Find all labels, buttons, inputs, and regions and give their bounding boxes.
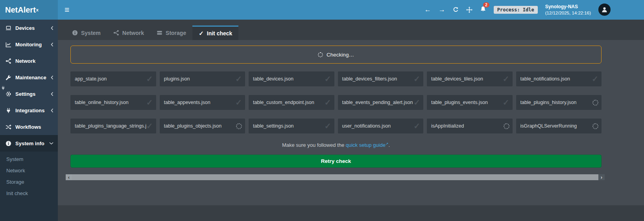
chevron-left-icon [51, 75, 54, 80]
check-icon: ✓ [235, 74, 242, 84]
server-icon [157, 30, 162, 36]
sidebar-item-devices[interactable]: Devices [0, 20, 58, 36]
sidebar-toggle-icon[interactable]: ≡ [58, 0, 76, 20]
check-item-table-devices-filters: table_devices_filters.json✓ [338, 71, 424, 86]
shuffle-icon [5, 124, 12, 130]
check-item-label: table_plugins_language_strings.json [75, 123, 146, 129]
tab-label: Network [122, 30, 144, 36]
network-nodes-icon [113, 30, 119, 36]
sidebar-item-system-info[interactable]: System info [0, 135, 58, 152]
check-item-table-devices-tiles: table_devices_tiles.json✓ [427, 71, 513, 86]
network-nodes-icon [5, 58, 12, 64]
chevron-left-icon [51, 26, 54, 30]
sidebar-subitem-system[interactable]: System [0, 153, 58, 165]
check-icon: ✓ [199, 30, 204, 37]
check-item-table-plugins-history: table_plugins_history.json [516, 95, 602, 110]
chevron-left-icon [51, 108, 54, 113]
check-icon: ✓ [325, 74, 331, 84]
move-icon[interactable] [466, 7, 472, 13]
app-logo[interactable]: NetAlertx [0, 0, 58, 20]
horizontal-scrollbar[interactable]: ‹ › [66, 174, 605, 180]
sidebar-item-label: Maintenance [15, 75, 46, 80]
check-icon: ✓ [325, 121, 331, 131]
chart-icon [5, 42, 12, 47]
spinner-icon [236, 123, 242, 129]
sidebar-item-label: Settings [15, 91, 35, 97]
notifications-bell[interactable]: 2 [480, 6, 486, 14]
hint-link-text: quick setup guide [346, 142, 386, 148]
check-icon: ✓ [235, 98, 242, 107]
tab-init-check[interactable]: ✓ Init check [192, 26, 238, 40]
check-item-label: table_online_history.json [75, 100, 129, 105]
sidebar-item-integrations[interactable]: Integrations [0, 102, 58, 119]
app-name-sup: x [36, 7, 39, 12]
scroll-left-icon[interactable]: ‹ [66, 174, 72, 180]
chevron-left-icon [51, 42, 54, 47]
scrollbar-track[interactable] [72, 174, 598, 180]
hint-suffix: . [388, 142, 390, 148]
tab-bar: System Network Storage ✓ Init check [58, 26, 644, 40]
check-item-user-notifications: user_notifications.json✓ [338, 119, 424, 133]
quick-setup-guide-link[interactable]: quick setup guide↗ [346, 142, 389, 148]
check-item-table-events-pending-alert: table_events_pending_alert.json✓ [338, 95, 424, 110]
tab-network[interactable]: Network [107, 26, 150, 40]
info-icon [5, 141, 12, 146]
tab-storage[interactable]: Storage [150, 26, 192, 40]
sidebar-subitem-init-check[interactable]: Init check [0, 188, 58, 199]
host-timestamp: (12/12/2025, 14:22:16) [545, 11, 591, 15]
sidebar-subitem-network[interactable]: Network [0, 165, 58, 176]
scroll-right-icon[interactable]: › [598, 174, 605, 180]
gear-icon [5, 91, 12, 97]
check-item-label: table_custom_endpoint.json [253, 100, 314, 105]
main-content: System Network Storage ✓ Init check Chec… [58, 20, 644, 221]
check-icon: ✓ [325, 98, 331, 107]
check-item-table-plugins-objects: table_plugins_objects.json [160, 119, 245, 133]
sidebar-item-monitoring[interactable]: Monitoring [0, 36, 58, 53]
tab-system[interactable]: System [66, 26, 107, 40]
tab-label: Init check [207, 30, 233, 37]
sidebar-item-workflows[interactable]: Workflows [0, 119, 58, 135]
check-item-label: table_notifications.json [520, 76, 570, 82]
check-items-grid: app_state.json✓ plugins.json✓ table_devi… [70, 71, 602, 133]
sidebar-item-maintenance[interactable]: Maintenance [0, 69, 58, 86]
sidebar-item-label: System info [15, 141, 44, 146]
sidebar-item-label: Workflows [15, 124, 41, 130]
check-item-label: table_appevents.json [164, 100, 210, 105]
subitem-label: Network [6, 168, 25, 174]
check-item-label: isGraphQLServerRunning [520, 123, 577, 129]
check-item-table-plugins-language-strings: table_plugins_language_strings.json✓ [70, 119, 156, 133]
check-item-table-custom-endpoint: table_custom_endpoint.json✓ [249, 95, 334, 110]
info-icon [72, 30, 78, 36]
sidebar-item-network[interactable]: Network [0, 53, 58, 69]
spinner-icon [592, 100, 598, 106]
sidebar-subitem-storage[interactable]: Storage [0, 176, 58, 188]
sidebar-item-settings[interactable]: Settings [0, 86, 58, 102]
check-item-label: table_settings.json [253, 123, 294, 129]
user-avatar[interactable] [598, 4, 611, 16]
init-check-panel: Checking… app_state.json✓ plugins.json✓ … [58, 40, 644, 205]
person-icon [601, 6, 608, 13]
refresh-icon[interactable] [453, 7, 459, 13]
process-status-badge[interactable]: Process: Idle [494, 6, 538, 14]
system-info-submenu: System Network Storage Init check [0, 152, 58, 221]
retry-check-button[interactable]: Retry check [70, 155, 602, 168]
check-item-is-graphql-server-running: isGraphQLServerRunning [516, 119, 602, 133]
check-icon: ✓ [413, 98, 420, 107]
back-icon[interactable]: ← [424, 6, 431, 14]
check-item-table-devices: table_devices.json✓ [249, 71, 334, 86]
check-icon: ✓ [503, 74, 509, 84]
sidebar-item-label: Devices [15, 25, 35, 31]
check-item-label: table_plugins_events.json [431, 100, 488, 105]
forward-icon[interactable]: → [439, 6, 445, 14]
plug-icon [5, 108, 12, 113]
check-item-table-appevents: table_appevents.json✓ [160, 95, 245, 110]
tab-label: Storage [166, 30, 186, 36]
laptop-icon [5, 25, 12, 31]
check-item-app-state: app_state.json✓ [70, 71, 156, 86]
check-item-label: table_devices.json [253, 76, 293, 82]
check-item-label: app_state.json [75, 76, 107, 82]
host-info: Synology-NAS (12/12/2025, 14:22:16) [545, 4, 591, 16]
hint-prefix: Make sure you followed the [282, 142, 346, 148]
check-item-plugins: plugins.json✓ [160, 71, 245, 86]
spinner-icon [318, 52, 323, 57]
